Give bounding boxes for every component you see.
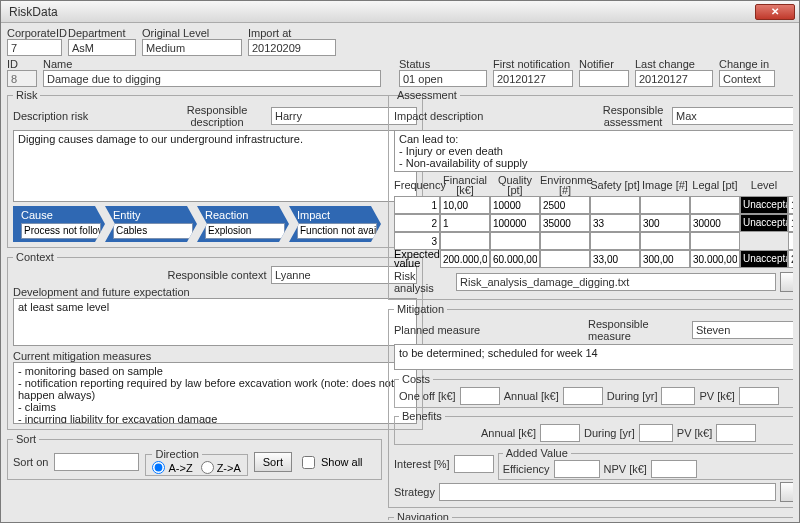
- cell[interactable]: [540, 214, 590, 232]
- radio-za[interactable]: Z->A: [201, 461, 241, 474]
- cell[interactable]: [440, 232, 490, 250]
- pv-ben-input[interactable]: [716, 424, 756, 442]
- cell[interactable]: [690, 250, 740, 268]
- chain-impact: Impact Function not avail: [289, 206, 381, 242]
- oneoff-input[interactable]: [460, 387, 500, 405]
- cell[interactable]: [490, 214, 540, 232]
- select-file-button[interactable]: Select file: [780, 482, 793, 502]
- close-icon[interactable]: ✕: [755, 4, 795, 20]
- annual-ben-input[interactable]: [540, 424, 580, 442]
- sort-button[interactable]: Sort: [254, 452, 292, 472]
- cell[interactable]: [394, 214, 440, 232]
- window: { "title": "RiskData", "header": { "corp…: [0, 0, 800, 523]
- context-legend: Context: [13, 251, 57, 263]
- cell[interactable]: [690, 214, 740, 232]
- risk-analysis-label: Risk analysis: [394, 270, 452, 294]
- cell[interactable]: [788, 196, 793, 214]
- original-level-input[interactable]: [142, 39, 242, 56]
- cell[interactable]: [690, 232, 740, 250]
- status-input[interactable]: [399, 70, 487, 87]
- chain-impact-value[interactable]: Function not avail: [297, 223, 377, 239]
- risk-group: Risk Description risk Responsible descri…: [7, 89, 423, 248]
- context-cur-text[interactable]: - monitoring based on sample - notificat…: [13, 362, 417, 424]
- level-badge: Unaccepta: [740, 196, 788, 214]
- efficiency-input[interactable]: [554, 460, 600, 478]
- interest-input[interactable]: [454, 455, 494, 473]
- cell[interactable]: [640, 196, 690, 214]
- cell[interactable]: [540, 250, 590, 268]
- benefits-group: Benefits Annual [k€] During [yr] PV [k€]: [394, 410, 793, 445]
- sorton-input[interactable]: [54, 453, 139, 471]
- chain-cause-value[interactable]: Process not follow: [21, 223, 101, 239]
- table-row: Unaccepta: [394, 214, 793, 232]
- during-cost-input[interactable]: [661, 387, 695, 405]
- cell[interactable]: [490, 196, 540, 214]
- corporateid-label: CorporateID: [7, 27, 62, 39]
- mitigation-resp-input[interactable]: [692, 321, 793, 339]
- cell[interactable]: [788, 214, 793, 232]
- pv-cost-input[interactable]: [739, 387, 779, 405]
- cell[interactable]: [590, 250, 640, 268]
- showall-check[interactable]: Show all: [298, 453, 363, 472]
- window-title: RiskData: [5, 5, 755, 19]
- context-resp-label: Responsible context: [167, 269, 267, 281]
- cell[interactable]: [788, 250, 793, 268]
- cell[interactable]: [490, 250, 540, 268]
- change-in-input[interactable]: [719, 70, 775, 87]
- cell[interactable]: [640, 214, 690, 232]
- risk-desc-text[interactable]: Digging causes damage to our underground…: [13, 130, 417, 202]
- titlebar: RiskData ✕: [1, 1, 799, 23]
- chain-reaction-value[interactable]: Explosion: [205, 223, 285, 239]
- notifier-label: Notifier: [579, 58, 629, 70]
- cell[interactable]: [394, 196, 440, 214]
- cell[interactable]: [440, 214, 490, 232]
- sort-legend: Sort: [13, 433, 39, 445]
- status-label: Status: [399, 58, 487, 70]
- name-input[interactable]: [43, 70, 381, 87]
- cell[interactable]: [690, 196, 740, 214]
- import-at-input[interactable]: [248, 39, 336, 56]
- department-input[interactable]: [68, 39, 136, 56]
- ident-status-row: ID Name Status First notification Notifi…: [7, 58, 793, 87]
- context-cur-label: Current mitigation measures: [13, 350, 417, 362]
- radio-az[interactable]: A->Z: [152, 461, 192, 474]
- risk-desc-label: Description risk: [13, 110, 163, 122]
- npv-input[interactable]: [651, 460, 697, 478]
- sort-group: Sort Sort on Direction A->Z Z->A Sort Sh…: [7, 433, 382, 480]
- cell[interactable]: [590, 232, 640, 250]
- strategy-input[interactable]: [439, 483, 776, 501]
- notifier-input[interactable]: [579, 70, 629, 87]
- first-notification-input[interactable]: [493, 70, 573, 87]
- planned-label: Planned measure: [394, 324, 584, 336]
- cell[interactable]: [440, 250, 490, 268]
- corporateid-input[interactable]: [7, 39, 62, 56]
- cell[interactable]: [788, 232, 793, 250]
- planned-text[interactable]: to be determined; scheduled for week 14: [394, 344, 793, 370]
- cell[interactable]: [640, 250, 690, 268]
- cell[interactable]: [640, 232, 690, 250]
- impact-desc-label: Impact description: [394, 110, 594, 122]
- risk-analysis-input[interactable]: [456, 273, 776, 291]
- cell[interactable]: [590, 196, 640, 214]
- assessment-grid: Frequency Financial [k€] Quality [pt] En…: [394, 174, 793, 268]
- cell[interactable]: [590, 214, 640, 232]
- chain-entity: Entity Cables: [105, 206, 197, 242]
- cell[interactable]: [540, 232, 590, 250]
- cell[interactable]: [440, 196, 490, 214]
- cell[interactable]: [540, 196, 590, 214]
- annual-cost-input[interactable]: [563, 387, 603, 405]
- sorton-label: Sort on: [13, 456, 48, 468]
- cell[interactable]: [490, 232, 540, 250]
- assessment-resp-input[interactable]: [672, 107, 793, 125]
- costs-group: Costs One off [k€] Annual [k€] During [y…: [394, 373, 793, 408]
- last-change-label: Last change: [635, 58, 713, 70]
- mitigation-group: Mitigation Planned measure Responsible m…: [388, 303, 793, 508]
- department-label: Department: [68, 27, 136, 39]
- impact-desc-text[interactable]: Can lead to: - Injury or even death - No…: [394, 130, 793, 172]
- context-dev-text[interactable]: at least same level: [13, 298, 417, 346]
- during-ben-input[interactable]: [639, 424, 673, 442]
- select-file-button[interactable]: Select file: [780, 272, 793, 292]
- chain-cause: Cause Process not follow: [13, 206, 105, 242]
- last-change-input[interactable]: [635, 70, 713, 87]
- chain-entity-value[interactable]: Cables: [113, 223, 193, 239]
